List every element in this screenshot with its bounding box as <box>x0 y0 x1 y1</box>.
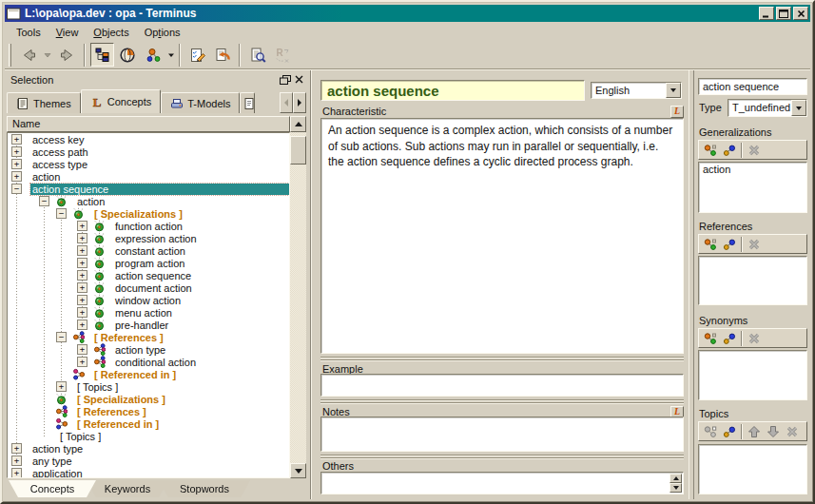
refresh-button[interactable]: R <box>270 43 294 67</box>
generalizations-list[interactable]: action <box>698 162 807 213</box>
remove-generalization-button[interactable] <box>747 143 762 158</box>
add-generalization-button[interactable] <box>703 143 718 158</box>
collapse-icon[interactable]: − <box>56 208 67 219</box>
tree-item[interactable]: [ Referenced in ] <box>8 417 289 430</box>
preview-button[interactable] <box>245 43 269 67</box>
expand-icon[interactable]: + <box>77 233 87 243</box>
tree-item[interactable]: +program action <box>8 257 289 269</box>
tab-scroll-left-button[interactable] <box>280 92 293 113</box>
term-title-field[interactable]: action sequence <box>320 80 585 101</box>
tree-item-label[interactable]: action <box>75 196 107 207</box>
expand-icon[interactable]: + <box>11 443 22 454</box>
expand-icon[interactable]: + <box>11 146 22 157</box>
tree-item-label[interactable]: window action <box>113 295 183 306</box>
expand-icon[interactable]: + <box>11 159 22 169</box>
expand-icon[interactable]: + <box>11 171 22 182</box>
tree-item-label[interactable]: [ Referenced in ] <box>75 418 161 430</box>
tree-item-label[interactable]: action type <box>30 443 85 455</box>
example-textarea[interactable] <box>320 374 684 397</box>
tree-item[interactable]: [ Specializations ] <box>8 393 289 405</box>
link-generalization-button[interactable] <box>722 143 737 158</box>
expand-icon[interactable]: + <box>77 245 87 256</box>
move-topic-down-button[interactable] <box>766 424 781 439</box>
tree-item[interactable]: +action <box>8 170 289 183</box>
collapse-icon[interactable]: − <box>11 184 22 194</box>
synonyms-list[interactable] <box>698 350 807 400</box>
maximize-button[interactable] <box>776 7 791 20</box>
collapse-icon[interactable]: − <box>56 332 67 342</box>
tab-concepts[interactable]: LConcepts <box>81 89 161 113</box>
tree-item-label[interactable]: constant action <box>113 245 187 257</box>
tree-item[interactable]: +access path <box>8 145 289 158</box>
tree-item-label[interactable]: access type <box>30 159 89 170</box>
tree-scrollbar-thumb[interactable] <box>290 136 306 165</box>
tree-item[interactable]: +any type <box>8 455 289 467</box>
panel-splitter[interactable] <box>689 70 694 499</box>
add-topic-button[interactable] <box>703 424 718 439</box>
type-dropdown-button[interactable] <box>791 100 806 116</box>
move-topic-up-button[interactable] <box>747 424 762 439</box>
add-reference-button[interactable] <box>703 237 718 252</box>
link-topic-button[interactable] <box>722 424 737 439</box>
close-panel-icon[interactable] <box>292 73 306 86</box>
tree-item[interactable]: −action <box>8 195 289 207</box>
name-column-header[interactable]: Name <box>7 116 290 132</box>
tree-item[interactable]: +menu action <box>8 306 289 319</box>
tree-item[interactable]: [ Referenced in ] <box>8 368 289 380</box>
tree-item-label[interactable]: program action <box>113 258 186 269</box>
tree-item[interactable]: [ Topics ] <box>8 430 289 442</box>
notes-textarea[interactable] <box>320 417 684 452</box>
language-dropdown-button[interactable] <box>666 83 681 98</box>
tree-item-label[interactable]: action sequence <box>30 184 289 195</box>
tree-item-label[interactable]: [ References ] <box>92 332 165 343</box>
tree-item[interactable]: +access type <box>8 158 289 170</box>
tree-item[interactable]: +pre-handler <box>8 319 289 331</box>
tree-item-label[interactable]: [ Specializations ] <box>92 208 184 220</box>
edit-properties-button[interactable] <box>185 43 209 67</box>
tree-item-label[interactable]: function action <box>113 221 184 232</box>
term-name-input[interactable]: action sequence <box>698 78 807 95</box>
characteristic-language-button[interactable]: L <box>670 106 684 118</box>
tree-view-button[interactable] <box>90 43 114 67</box>
tree-item-label[interactable]: document action <box>113 282 194 294</box>
others-textarea[interactable] <box>320 472 684 494</box>
expand-icon[interactable]: + <box>77 270 87 281</box>
list-item[interactable]: action <box>703 164 803 176</box>
expand-icon[interactable]: + <box>56 381 67 392</box>
tree-item[interactable]: +action sequence <box>8 269 289 281</box>
tree-item-label[interactable]: access path <box>30 146 90 158</box>
others-scroll-up-button[interactable] <box>669 474 682 483</box>
characteristic-textarea[interactable]: An action sequence is a complex action, … <box>320 118 684 354</box>
tree-item[interactable]: +document action <box>8 281 289 294</box>
tree-item[interactable]: +constant action <box>8 244 289 257</box>
tree-item-label[interactable]: action type <box>113 344 167 356</box>
new-object-button[interactable] <box>140 43 174 67</box>
tree-item-label[interactable]: [ Topics ] <box>58 431 103 442</box>
tree-item[interactable]: +access key <box>8 133 289 145</box>
link-synonym-button[interactable] <box>722 331 737 346</box>
splitter-handle[interactable] <box>320 399 684 404</box>
expand-icon[interactable]: + <box>77 295 87 305</box>
tree-item-label[interactable]: action <box>30 171 62 183</box>
toolbar-grip[interactable] <box>9 44 11 67</box>
tree-item-label[interactable]: application <box>30 468 85 479</box>
expand-icon[interactable]: + <box>77 282 87 293</box>
bottom-tab-concepts[interactable]: Concepts <box>9 480 96 497</box>
remove-reference-button[interactable] <box>747 237 762 252</box>
tab-partial[interactable] <box>240 92 255 113</box>
tree-item[interactable]: +[ Topics ] <box>8 380 289 393</box>
forward-button[interactable] <box>55 43 79 67</box>
remove-topic-button[interactable] <box>785 424 800 439</box>
tree-scroll-down-button[interactable] <box>290 463 306 478</box>
tree-item-label[interactable]: [ Specializations ] <box>75 394 167 405</box>
menu-options[interactable]: Options <box>137 25 188 40</box>
tree-item-label[interactable]: [ Referenced in ] <box>92 369 178 380</box>
tree-item[interactable]: +application <box>8 467 289 478</box>
tree-item[interactable]: +window action <box>8 294 289 306</box>
expand-icon[interactable]: + <box>77 320 87 330</box>
tree-item[interactable]: +function action <box>8 220 289 232</box>
tree-item[interactable]: +action type <box>8 343 289 356</box>
browse-button[interactable] <box>115 43 139 67</box>
bottom-tab-stopwords[interactable]: Stopwords <box>159 480 250 497</box>
tree-item[interactable]: −[ Specializations ] <box>8 207 289 220</box>
